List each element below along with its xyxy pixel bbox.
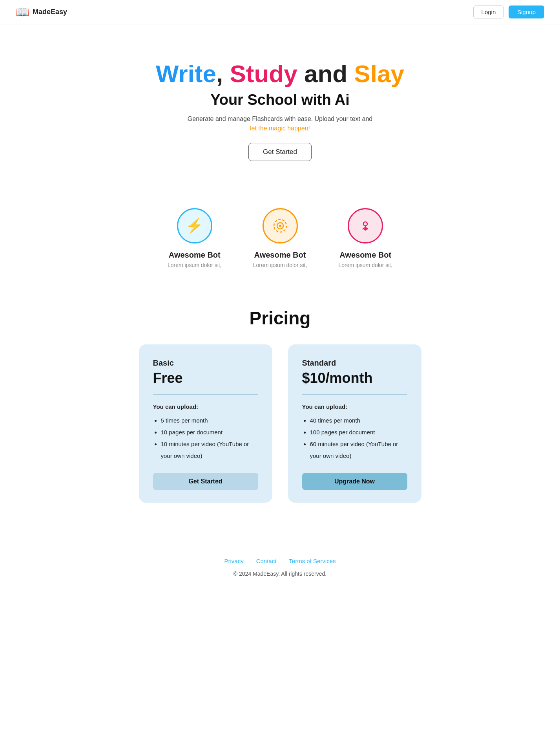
feature-item-2: Awesome Bot Lorem ipsum dolor sit,	[253, 208, 307, 268]
svg-point-1	[279, 225, 281, 227]
hero-section: Write, Study and Slay Your School with A…	[0, 24, 560, 185]
basic-cta-button[interactable]: Get Started	[153, 473, 258, 490]
feature-desc-2: Lorem ipsum dolor sit,	[253, 262, 307, 268]
plan-price-basic: Free	[153, 370, 258, 386]
plan-divider-basic	[153, 394, 258, 395]
feature-item-3: Awesome Bot Lorem ipsum dolor sit,	[338, 208, 392, 268]
feature-icon-3	[348, 208, 383, 243]
hero-cta-button[interactable]: Get Started	[248, 143, 312, 161]
login-button[interactable]: Login	[473, 5, 504, 18]
feature-icon-1: ⚡	[177, 208, 212, 243]
headline-comma: ,	[216, 60, 223, 87]
navbar: 📖 MadeEasy Login Signup	[0, 0, 560, 24]
plan-divider-standard	[302, 394, 407, 395]
headline-slay: Slay	[354, 60, 404, 87]
feature-title-2: Awesome Bot	[253, 251, 307, 260]
upload-label-basic: You can upload:	[153, 403, 258, 410]
svg-point-3	[363, 222, 367, 226]
pricing-card-basic: Basic Free You can upload: 5 times per m…	[139, 344, 272, 503]
upload-label-standard: You can upload:	[302, 403, 407, 410]
footer-copyright: © 2024 MadeEasy. All rights reserved.	[16, 571, 544, 577]
feature-item-basic-2: 10 pages per document	[161, 426, 258, 438]
feature-desc-1: Lorem ipsum dolor sit,	[168, 262, 222, 268]
logo[interactable]: 📖 MadeEasy	[16, 5, 67, 18]
features-section: ⚡ Awesome Bot Lorem ipsum dolor sit, Awe…	[0, 185, 560, 300]
feature-item-basic-3: 10 minutes per video (YouTube or your ow…	[161, 438, 258, 462]
feature-desc-3: Lorem ipsum dolor sit,	[338, 262, 392, 268]
pricing-cards: Basic Free You can upload: 5 times per m…	[16, 344, 544, 503]
logo-icon: 📖	[16, 5, 29, 18]
headline-and: and	[304, 60, 354, 87]
plan-price-standard: $10/month	[302, 370, 407, 386]
plan-name-basic: Basic	[153, 359, 258, 368]
pricing-title: Pricing	[16, 307, 544, 329]
feature-item-basic-1: 5 times per month	[161, 415, 258, 426]
feature-item-standard-1: 40 times per month	[310, 415, 407, 426]
hero-subheadline: Your School with Ai	[16, 92, 544, 108]
footer-link-terms[interactable]: Terms of Services	[289, 558, 336, 564]
headline-write: Write	[156, 60, 216, 87]
feature-title-1: Awesome Bot	[168, 251, 222, 260]
plan-name-standard: Standard	[302, 359, 407, 368]
footer: Privacy Contact Terms of Services © 2024…	[0, 534, 560, 593]
feature-icon-2	[263, 208, 298, 243]
signup-button[interactable]: Signup	[509, 5, 544, 18]
pricing-card-standard: Standard $10/month You can upload: 40 ti…	[288, 344, 421, 503]
hero-desc: Generate and manage Flashcards with ease…	[16, 115, 544, 123]
standard-cta-button[interactable]: Upgrade Now	[302, 473, 407, 490]
pricing-section: Pricing Basic Free You can upload: 5 tim…	[0, 300, 560, 534]
feature-title-3: Awesome Bot	[338, 251, 392, 260]
hero-headline: Write, Study and Slay	[16, 60, 544, 88]
nav-right: Login Signup	[473, 5, 544, 18]
plan-features-basic: 5 times per month 10 pages per document …	[153, 415, 258, 462]
logo-text: MadeEasy	[33, 8, 67, 16]
footer-links: Privacy Contact Terms of Services	[16, 558, 544, 564]
footer-link-contact[interactable]: Contact	[256, 558, 277, 564]
feature-item-standard-2: 100 pages per document	[310, 426, 407, 438]
feature-item-1: ⚡ Awesome Bot Lorem ipsum dolor sit,	[168, 208, 222, 268]
hero-desc-link[interactable]: let the magic happen!	[16, 125, 544, 132]
footer-link-privacy[interactable]: Privacy	[224, 558, 243, 564]
headline-study-text: Study	[230, 60, 297, 87]
feature-item-standard-3: 60 minutes per video (YouTube or your ow…	[310, 438, 407, 462]
plan-features-standard: 40 times per month 100 pages per documen…	[302, 415, 407, 462]
